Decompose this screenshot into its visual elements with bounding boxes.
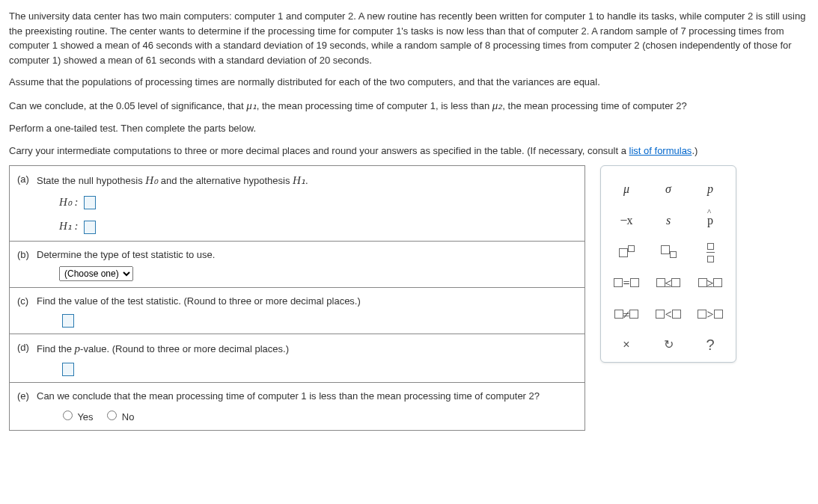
palette-s[interactable]: s [647,205,689,236]
problem-paragraph-1: The university data center has two main … [9,9,809,67]
part-d-text: Find the p-value. (Round to three or mor… [37,343,289,354]
palette-xbar[interactable]: _x̄x [605,205,647,236]
symbol-palette: μ σ p _x̄x s ^p = ≤ ≥ ≠ < > × ↻ ? [600,165,736,363]
palette-reset-icon[interactable]: ↻ [647,331,689,359]
palette-ge[interactable]: ≥ [689,268,731,299]
h1-label: H₁ : [59,220,79,232]
no-radio[interactable] [107,411,117,420]
palette-clear-icon[interactable]: × [605,331,647,359]
palette-ne[interactable]: ≠ [605,299,647,331]
no-radio-label[interactable]: No [103,411,134,422]
palette-p[interactable]: p [689,173,731,205]
palette-equal[interactable]: = [605,268,647,299]
test-statistic-select[interactable]: (Choose one) [59,266,133,281]
pvalue-input[interactable] [62,363,74,376]
part-c-text: Find the value of the test statistic. (R… [37,295,361,307]
yes-radio[interactable] [63,411,73,420]
yes-radio-label[interactable]: Yes [59,411,94,422]
part-b-letter: (b) [17,248,37,282]
palette-lt[interactable]: < [647,299,689,331]
palette-mu[interactable]: μ [605,173,647,205]
palette-phat[interactable]: ^p [689,205,731,236]
palette-subscript[interactable] [647,236,689,268]
part-e-letter: (e) [17,389,37,424]
palette-gt[interactable]: > [689,299,731,331]
h1-input[interactable] [84,221,96,234]
problem-paragraph-4: Perform a one-tailed test. Then complete… [9,121,809,136]
problem-paragraph-5: Carry your intermediate computations to … [9,144,809,159]
part-b-text: Determine the type of test statistic to … [37,249,215,260]
h0-input[interactable] [84,196,96,209]
problem-paragraph-3: Can we conclude, at the 0.05 level of si… [9,97,809,114]
part-c-letter: (c) [17,294,37,328]
part-e-text: Can we conclude that the mean processing… [37,390,540,402]
part-a-letter: (a) [17,172,37,235]
palette-power[interactable] [605,236,647,268]
part-d-letter: (d) [17,340,37,376]
palette-sigma[interactable]: σ [647,173,689,205]
palette-fraction[interactable] [689,236,731,268]
test-statistic-input[interactable] [62,314,74,328]
problem-paragraph-2: Assume that the populations of processin… [9,75,809,90]
palette-le[interactable]: ≤ [647,268,689,299]
answer-table: (a) State the null hypothesis H₀ and the… [9,165,585,431]
formulas-link[interactable]: list of formulas [629,145,692,156]
h0-label: H₀ : [59,196,79,208]
part-a-text: State the null hypothesis H₀ and the alt… [37,175,308,186]
palette-help-icon[interactable]: ? [689,331,731,359]
